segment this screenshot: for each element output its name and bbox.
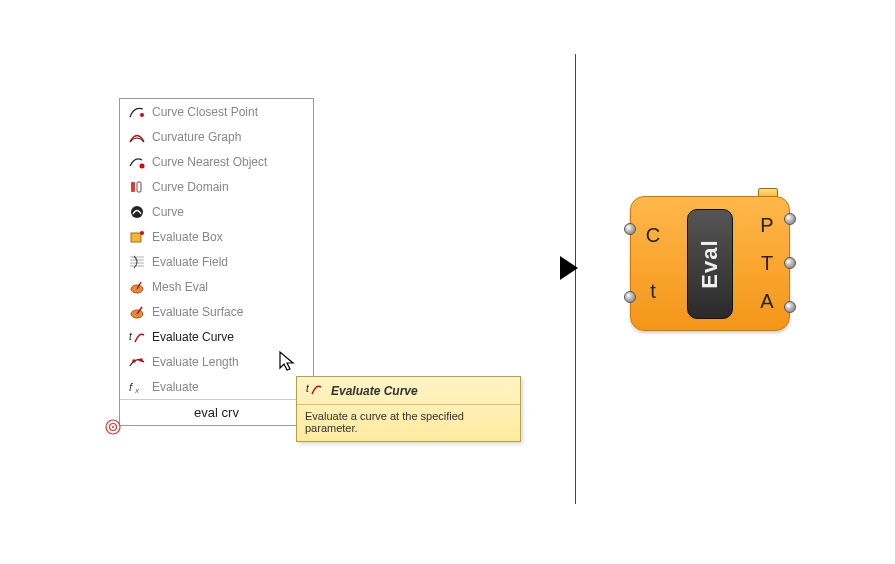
popup-item-evaluate-box[interactable]: Evaluate Box — [120, 224, 313, 249]
component-inputs: C t — [631, 197, 675, 330]
evaluate-surface-icon — [126, 303, 148, 321]
svg-rect-5 — [131, 233, 141, 242]
svg-text:x: x — [134, 386, 140, 395]
curve-closest-point-icon — [126, 103, 148, 121]
target-icon — [104, 418, 122, 440]
popup-item-label: Evaluate Field — [152, 255, 228, 269]
component-name: Eval — [697, 239, 723, 288]
output-grip[interactable] — [784, 213, 796, 225]
input-label-t[interactable]: t — [650, 280, 656, 303]
popup-item-curve-closest-point[interactable]: Curve Closest Point — [120, 99, 313, 124]
tooltip-description: Evaluate a curve at the specified parame… — [297, 405, 520, 441]
evaluate-length-icon — [126, 353, 148, 371]
curve-nearest-object-icon — [126, 153, 148, 171]
svg-point-6 — [140, 231, 144, 235]
svg-text:t: t — [129, 331, 133, 342]
search-row — [120, 399, 313, 425]
evaluate-field-icon — [126, 253, 148, 271]
svg-point-13 — [139, 358, 143, 362]
svg-point-4 — [131, 206, 143, 218]
popup-item-label: Mesh Eval — [152, 280, 208, 294]
popup-item-label: Evaluate Box — [152, 230, 223, 244]
popup-item-evaluate-field[interactable]: Evaluate Field — [120, 249, 313, 274]
mesh-eval-icon — [126, 278, 148, 296]
popup-item-curve-domain[interactable]: Curve Domain — [120, 174, 313, 199]
curve-domain-icon — [126, 178, 148, 196]
popup-item-evaluate-curve[interactable]: t Evaluate Curve — [120, 324, 313, 349]
component-search-input[interactable] — [120, 405, 313, 420]
svg-text:f: f — [129, 381, 133, 393]
output-grip[interactable] — [784, 257, 796, 269]
popup-item-label: Curve Nearest Object — [152, 155, 267, 169]
component-search-popup: Curve Closest Point Curvature Graph Curv… — [119, 98, 314, 426]
svg-point-12 — [132, 359, 136, 363]
popup-item-label: Curve Closest Point — [152, 105, 258, 119]
input-grip[interactable] — [624, 223, 636, 235]
svg-rect-2 — [131, 182, 135, 192]
input-label-c[interactable]: C — [646, 224, 660, 247]
popup-item-evaluate[interactable]: fx Evaluate — [120, 374, 313, 399]
svg-point-0 — [140, 113, 144, 117]
svg-point-1 — [140, 163, 145, 168]
curve-icon — [126, 203, 148, 221]
curvature-graph-icon — [126, 128, 148, 146]
input-grip[interactable] — [624, 291, 636, 303]
popup-item-evaluate-surface[interactable]: Evaluate Surface — [120, 299, 313, 324]
popup-item-label: Evaluate Length — [152, 355, 239, 369]
component-evaluate-curve[interactable]: C t Eval P T A — [630, 196, 790, 331]
output-grip[interactable] — [784, 301, 796, 313]
svg-rect-3 — [137, 182, 141, 192]
popup-item-label: Evaluate Curve — [152, 330, 234, 344]
popup-item-evaluate-length[interactable]: Evaluate Length — [120, 349, 313, 374]
output-label-p[interactable]: P — [760, 214, 773, 237]
tooltip: t Evaluate Curve Evaluate a curve at the… — [296, 376, 521, 442]
evaluate-curve-icon: t — [305, 381, 323, 400]
popup-item-label: Curvature Graph — [152, 130, 241, 144]
output-label-a[interactable]: A — [760, 290, 773, 313]
output-label-t[interactable]: T — [761, 252, 773, 275]
evaluate-curve-icon: t — [126, 328, 148, 346]
popup-item-label: Curve — [152, 205, 184, 219]
arrow-right-icon — [560, 256, 578, 280]
popup-item-curve-nearest-object[interactable]: Curve Nearest Object — [120, 149, 313, 174]
popup-item-curve[interactable]: Curve — [120, 199, 313, 224]
tooltip-title: Evaluate Curve — [331, 384, 418, 398]
popup-item-label: Evaluate — [152, 380, 199, 394]
component-outputs: P T A — [745, 197, 789, 330]
popup-item-label: Curve Domain — [152, 180, 229, 194]
popup-item-label: Evaluate Surface — [152, 305, 243, 319]
svg-text:t: t — [306, 383, 310, 394]
popup-item-curvature-graph[interactable]: Curvature Graph — [120, 124, 313, 149]
svg-point-18 — [112, 426, 114, 428]
evaluate-icon: fx — [126, 378, 148, 396]
component-center: Eval — [675, 197, 745, 330]
evaluate-box-icon — [126, 228, 148, 246]
popup-item-mesh-eval[interactable]: Mesh Eval — [120, 274, 313, 299]
